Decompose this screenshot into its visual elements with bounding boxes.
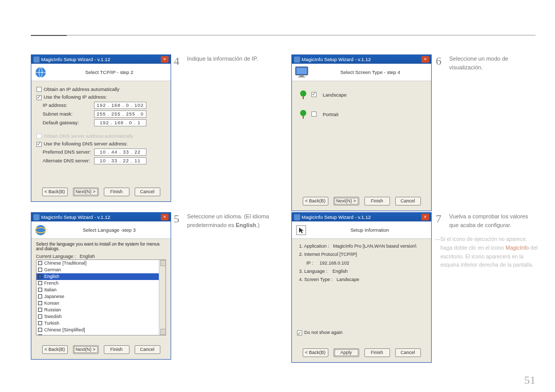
language-name: German: [44, 267, 61, 273]
step-4-number: 4: [174, 54, 183, 68]
back-button[interactable]: < Back(B): [42, 188, 68, 196]
obtain-ip-checkbox[interactable]: [36, 87, 42, 92]
checkbox-icon: [38, 314, 42, 319]
step-header: Select Screen Type - step 4: [312, 69, 428, 75]
ip-address-input[interactable]: 192 . 168 . 0 . 102: [94, 102, 146, 109]
language-option[interactable]: Turkish: [36, 320, 165, 327]
app-icon: [33, 214, 40, 220]
step-5-text: Seleccione un idioma. (El idioma predete…: [187, 212, 277, 229]
info-ip-value: 192.168.0.102: [320, 260, 349, 266]
checkbox-icon: [38, 294, 42, 298]
current-language-label: Current Language :: [36, 254, 76, 259]
language-list[interactable]: Chinese [Traditional]GermanEnglishFrench…: [36, 259, 166, 335]
checkbox-icon: [38, 321, 42, 325]
step-6-text: Seleccione un modo de visualización.: [449, 54, 539, 71]
cancel-button[interactable]: Cancel: [395, 348, 421, 357]
step-header: Setup Information: [311, 227, 428, 233]
back-button[interactable]: < Back(B): [303, 197, 328, 206]
subnet-input[interactable]: 255 . 255 . 255 . 0: [94, 110, 146, 118]
app-icon: [294, 57, 300, 63]
obtain-dns-label: Obtain DNS server address automatically: [44, 133, 133, 139]
svg-point-1: [35, 225, 46, 235]
ip-address-label: IP address:: [43, 102, 94, 108]
language-name: Japanese: [44, 293, 64, 300]
next-button[interactable]: Next(N) >: [73, 345, 99, 354]
language-option[interactable]: Russian: [36, 307, 165, 313]
language-option[interactable]: Portuguese: [36, 333, 165, 335]
language-name: Chinese [Traditional]: [44, 260, 86, 267]
cancel-button[interactable]: Cancel: [395, 197, 421, 206]
checkbox-icon: [38, 301, 42, 305]
window-title: MagicInfo Setup Wizard - v.1.12: [41, 214, 110, 220]
tree-landscape-icon: [299, 89, 307, 100]
language-option[interactable]: French: [36, 280, 165, 287]
close-icon[interactable]: ×: [161, 56, 169, 63]
page-number: 51: [524, 374, 535, 387]
globe-icon: [34, 224, 47, 236]
subnet-label: Subnet mask:: [43, 111, 94, 117]
step-4-text: Indique la información de IP.: [187, 54, 258, 68]
language-name: Chinese [Simplified]: [44, 327, 85, 333]
svg-rect-4: [297, 68, 307, 74]
scrollbar[interactable]: [159, 260, 165, 335]
donot-show-label: Do not show again: [304, 330, 343, 335]
checkbox-icon: [38, 281, 42, 285]
globe-icon: [34, 66, 47, 79]
finish-button[interactable]: Finish: [364, 197, 390, 206]
language-name: Italian: [44, 287, 57, 293]
step-header: Select TCP/IP - step 2: [51, 69, 168, 75]
use-dns-checkbox[interactable]: [36, 142, 42, 147]
language-option[interactable]: English: [36, 273, 165, 280]
alt-dns-label: Alternate DNS server:: [43, 158, 94, 163]
language-option[interactable]: Swedish: [36, 313, 165, 320]
cursor-icon: [295, 224, 307, 236]
finish-button[interactable]: Finish: [104, 188, 130, 196]
language-option[interactable]: Korean: [36, 300, 165, 307]
language-option[interactable]: Chinese [Traditional]: [36, 260, 165, 267]
back-button[interactable]: < Back(B): [303, 348, 328, 357]
language-intro: Select the language you want to install …: [36, 242, 168, 252]
language-option[interactable]: Japanese: [36, 293, 165, 300]
next-button[interactable]: Next(N) >: [334, 197, 359, 206]
alt-dns-input[interactable]: 10 . 33 . 22 . 11: [94, 157, 146, 164]
language-option[interactable]: Chinese [Simplified]: [36, 327, 165, 333]
use-ip-checkbox[interactable]: [36, 95, 42, 100]
step-5-number: 5: [174, 212, 183, 229]
apply-button[interactable]: Apply: [334, 348, 359, 357]
checkbox-icon: [38, 328, 42, 332]
gateway-input[interactable]: 192 . 168 . 0 . 1: [94, 119, 146, 126]
close-icon[interactable]: ×: [161, 214, 169, 220]
titlebar: MagicInfo Setup Wizard - v.1.12 ×: [292, 213, 431, 221]
tree-portrait-icon: [299, 109, 307, 119]
language-name: Swedish: [44, 313, 62, 320]
use-ip-label: Use the following IP address:: [44, 94, 107, 100]
info-screen-value: Landscape: [337, 277, 359, 282]
checkbox-icon: [38, 308, 42, 312]
language-name: French: [44, 280, 59, 287]
next-button[interactable]: Next(N) >: [73, 188, 99, 196]
cancel-button[interactable]: Cancel: [135, 188, 160, 196]
language-option[interactable]: German: [36, 267, 165, 273]
finish-button[interactable]: Finish: [104, 345, 130, 354]
pref-dns-label: Preferred DNS server:: [43, 149, 94, 155]
close-icon[interactable]: ×: [421, 214, 429, 220]
window-title: MagicInfo Setup Wizard - v.1.12: [302, 57, 371, 62]
window-title: MagicInfo Setup Wizard - v.1.12: [302, 214, 371, 220]
finish-button[interactable]: Finish: [364, 348, 390, 357]
checkbox-icon: [38, 288, 42, 292]
checkbox-icon: [38, 274, 42, 278]
pref-dns-input[interactable]: 10 . 44 . 33 . 22: [94, 148, 146, 156]
language-option[interactable]: Italian: [36, 287, 165, 293]
landscape-checkbox[interactable]: [311, 92, 317, 97]
language-name: Korean: [44, 300, 59, 307]
back-button[interactable]: < Back(B): [42, 345, 68, 354]
info-app-value: MagicInfo Pro [LAN,WAN based version\: [333, 244, 416, 249]
app-icon: [33, 57, 40, 63]
obtain-dns-checkbox: [36, 134, 42, 139]
portrait-checkbox[interactable]: [311, 111, 317, 117]
close-icon[interactable]: ×: [421, 56, 429, 63]
monitor-icon: [295, 66, 308, 79]
step-header: Select Language -step 3: [51, 227, 168, 233]
donot-show-checkbox[interactable]: [297, 330, 302, 335]
cancel-button[interactable]: Cancel: [135, 345, 160, 354]
